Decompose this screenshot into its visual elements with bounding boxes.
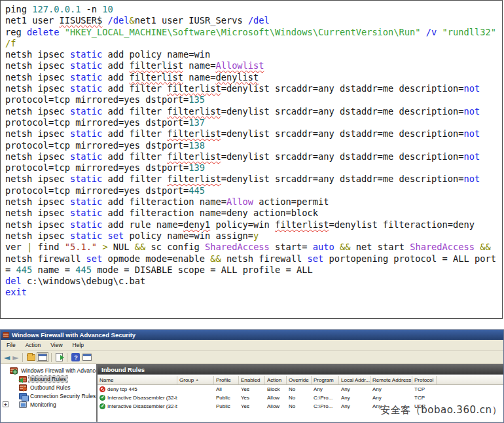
tree-item-outbound-rules[interactable]: Outbound Rules xyxy=(1,383,96,392)
code-segment: protocol=tcp mirrored=yes dstport= xyxy=(5,117,189,128)
column-header-label: Name xyxy=(99,377,113,384)
help-icon[interactable]: ? xyxy=(71,353,80,361)
rule-cell: Any xyxy=(339,386,370,392)
export-list-icon[interactable] xyxy=(56,353,63,361)
code-segment: /f xyxy=(5,38,16,48)
code-segment: SharedAccess xyxy=(410,242,475,252)
code-segment: netsh ipsec xyxy=(5,174,70,184)
code-segment: filterlist xyxy=(130,60,183,71)
action-pane-toggle-icon[interactable] xyxy=(82,354,92,361)
column-header-protocol[interactable]: Protocol xyxy=(412,376,437,384)
code-segment: filterlist xyxy=(167,106,221,117)
rule-cell: C:\Pro... xyxy=(312,395,339,401)
console-tree-toggle-icon[interactable] xyxy=(38,354,47,361)
rule-name: Interactive Disassembler (32-bi... xyxy=(107,403,177,409)
rule-cell: Any xyxy=(312,386,339,392)
column-header-enabled[interactable]: Enabled xyxy=(239,376,265,384)
tree-item-label: Windows Firewall with Advanced S xyxy=(20,367,98,374)
column-header-label: Remote Address xyxy=(372,377,411,384)
code-line: netsh ipsec static add filterlist name=A… xyxy=(5,60,501,71)
code-line: netsh ipsec static add filter filterlist… xyxy=(5,151,501,162)
menu-item-file[interactable]: File xyxy=(7,342,16,348)
tree-item-inbound-rules[interactable]: Inbound Rules xyxy=(1,375,96,383)
column-header-profile[interactable]: Profile xyxy=(214,376,239,384)
code-segment: 139 xyxy=(189,162,205,173)
code-segment: net1 user IUSR_Servs xyxy=(135,15,248,26)
up-folder-icon[interactable] xyxy=(27,354,35,361)
column-header-program[interactable]: Program xyxy=(312,376,339,384)
column-header-name[interactable]: Name xyxy=(98,376,177,384)
tree-item-windows-firewall-with-advanced-s[interactable]: Windows Firewall with Advanced S xyxy=(1,366,96,375)
allow-rule-icon xyxy=(99,395,105,401)
code-line: reg delete "HKEY_LOCAL_MACHINE\Software\… xyxy=(5,27,501,38)
column-header-label: Group xyxy=(179,377,194,384)
tree-item-monitoring[interactable]: +Monitoring xyxy=(1,400,96,409)
code-segment: policy=win xyxy=(210,219,275,230)
code-segment: SharedAccess xyxy=(205,242,270,252)
code-segment: & xyxy=(130,15,135,26)
rule-cell: Yes xyxy=(239,395,265,401)
code-line: ver | find "5.1." > NUL && sc config Sha… xyxy=(5,242,501,253)
code-segment: netsh ipsec xyxy=(5,83,70,94)
code-segment: opmode mode=enable xyxy=(102,253,210,264)
column-header-local-addr[interactable]: Local Addr... xyxy=(339,376,370,384)
code-segment: netsh ipsec xyxy=(5,128,70,139)
code-segment: > xyxy=(102,242,107,252)
rule-cell: All xyxy=(214,386,239,392)
code-segment: = xyxy=(5,265,16,275)
tree-item-connection-security-rules[interactable]: Connection Security Rules xyxy=(1,392,96,400)
toolbar-separator xyxy=(22,353,23,362)
column-header-remote-address[interactable]: Remote Address xyxy=(370,376,412,384)
rule-cell: Any xyxy=(370,386,412,392)
code-segment: denylist xyxy=(215,72,259,83)
column-header-override[interactable]: Override xyxy=(287,376,312,384)
code-segment: net1 user xyxy=(5,15,59,26)
code-segment: net start xyxy=(351,242,410,252)
code-segment: static xyxy=(70,230,102,241)
code-line: netsh ipsec static set policy name=win a… xyxy=(5,230,501,242)
code-line: /f xyxy=(5,38,501,49)
code-segment: filterlist xyxy=(275,219,329,230)
column-header-group[interactable]: Group▲ xyxy=(177,376,214,384)
code-segment: portopening protocol = ALL port xyxy=(323,253,496,264)
code-segment: && xyxy=(340,242,350,252)
code-segment: protocol=tcp mirrored=yes dstport= xyxy=(5,185,189,196)
window-title: Windows Firewall with Advanced Security xyxy=(12,331,135,339)
firewall-app-icon xyxy=(3,332,9,338)
code-segment: netsh ipsec xyxy=(5,219,70,230)
rule-row[interactable]: deny tcp 445AllYesBlockNoAnyAnyAnyTCP xyxy=(98,385,503,394)
code-line: protocol=tcp mirrored=yes dstport=135 xyxy=(5,94,501,105)
code-segment: delete xyxy=(27,27,59,37)
window-titlebar[interactable]: Windows Firewall with Advanced Security xyxy=(1,330,503,340)
code-segment: NUL xyxy=(108,242,135,252)
menu-bar: FileActionViewHelp xyxy=(1,340,503,351)
menu-item-help[interactable]: Help xyxy=(73,342,84,348)
rule-row[interactable]: Interactive Disassembler (32-bi...Public… xyxy=(98,394,503,402)
expand-icon[interactable]: + xyxy=(3,401,9,407)
code-segment: filterlist xyxy=(130,72,183,83)
code-segment: reg xyxy=(5,27,27,37)
rule-cell: Block xyxy=(265,386,287,392)
code-segment: static xyxy=(70,106,102,117)
code-segment xyxy=(102,15,107,26)
code-segment: add filter xyxy=(102,151,167,162)
rule-cell: No xyxy=(287,403,312,409)
code-segment: add filter xyxy=(102,83,167,94)
console-tree: Windows Firewall with Advanced SInbound … xyxy=(1,364,98,422)
code-segment: add filter xyxy=(102,106,167,117)
column-header-label: Profile xyxy=(216,377,231,384)
code-segment: not xyxy=(463,106,480,117)
back-icon[interactable]: ◄ xyxy=(4,354,10,361)
code-segment: 445 xyxy=(16,265,32,275)
menu-item-action[interactable]: Action xyxy=(26,342,41,348)
code-segment: add policy name=win xyxy=(102,49,210,60)
code-line: netsh ipsec static add filteraction name… xyxy=(5,196,501,208)
code-segment: 137 xyxy=(189,117,205,128)
code-line: netsh ipsec static add filter filterlist… xyxy=(5,83,501,94)
column-header-action[interactable]: Action xyxy=(265,376,287,384)
menu-item-view[interactable]: View xyxy=(50,342,62,348)
code-line: del c:\windows\debug\c.bat xyxy=(5,276,501,287)
tree-item-label: Connection Security Rules xyxy=(29,393,97,399)
forward-icon[interactable]: ► xyxy=(12,354,18,361)
rule-cell: Interactive Disassembler (32-bi... xyxy=(98,403,177,409)
